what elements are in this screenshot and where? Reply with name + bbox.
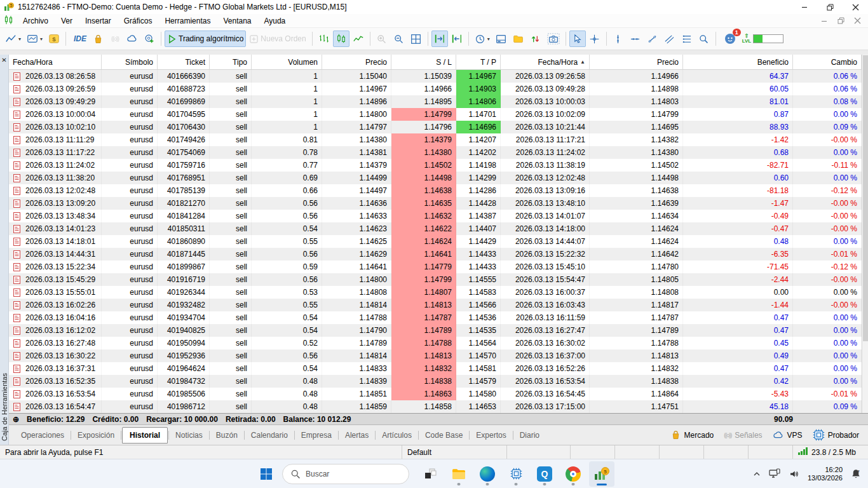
tab-diario[interactable]: Diario — [514, 428, 545, 442]
history-row[interactable]: 2026.03.13 09:49:29eurusd401699869sell11… — [9, 95, 868, 108]
layout-button[interactable] — [493, 30, 510, 47]
tab-code-base[interactable]: Code Base — [419, 428, 468, 442]
history-row[interactable]: 2026.03.13 10:00:04eurusd401704595sell11… — [9, 108, 868, 121]
fibonacci-button[interactable] — [679, 30, 695, 47]
tab-historial[interactable]: Historial — [122, 427, 168, 444]
column-header-open-price[interactable]: Precio — [322, 55, 391, 69]
toolbox-close-icon[interactable]: ✕ — [1, 57, 6, 64]
auto-scroll-button[interactable] — [431, 30, 448, 47]
history-row[interactable]: 2026.03.13 16:04:16eurusd401934704sell0.… — [9, 311, 868, 324]
vps-tab[interactable]: VPS — [773, 430, 803, 441]
history-row[interactable]: 2026.03.13 16:37:31eurusd401964624sell0.… — [9, 362, 868, 375]
vertical-scrollbar[interactable] — [862, 55, 868, 413]
file-explorer-button[interactable] — [446, 461, 471, 487]
column-header-close-time[interactable]: Fecha/Hora▲ — [501, 55, 590, 69]
signals-tab[interactable]: ((o))Señales — [724, 431, 762, 440]
menu-gráficos[interactable]: Gráficos — [118, 17, 159, 25]
child-minimize-icon[interactable] — [818, 17, 830, 24]
column-header-profit[interactable]: Beneficio — [683, 55, 793, 69]
dropdown-caret-icon[interactable]: ▾ — [18, 36, 21, 42]
history-row[interactable]: 2026.03.13 13:48:34eurusd401841284sell0.… — [9, 210, 868, 222]
channel-button[interactable] — [661, 30, 678, 47]
history-row[interactable]: 2026.03.13 15:45:29eurusd401916719sell0.… — [9, 273, 868, 286]
tab-artículos[interactable]: Artículos — [376, 428, 417, 442]
tab-expertos[interactable]: Expertos — [470, 428, 512, 442]
algo-trading-button[interactable]: Trading algorítmico — [165, 30, 246, 47]
edge-button[interactable] — [475, 461, 500, 487]
tab-operaciones[interactable]: Operaciones — [15, 428, 70, 442]
tray-clock[interactable]: 16:20 13/03/2026 — [808, 466, 843, 482]
history-row[interactable]: 2026.03.13 09:26:59eurusd401688723sell11… — [9, 83, 868, 95]
dropdown-caret-icon[interactable]: ▾ — [40, 36, 43, 42]
column-header-volume[interactable]: Volumen — [252, 55, 322, 69]
candles-view-button[interactable] — [333, 30, 349, 47]
metatrader-button[interactable]: 5 — [589, 461, 614, 487]
chart-shift-button[interactable] — [449, 30, 465, 47]
cloud-button[interactable] — [124, 30, 140, 47]
history-row[interactable]: 2026.03.13 16:52:35eurusd401984732sell0.… — [9, 375, 868, 388]
signals-button[interactable]: ((o)) — [107, 30, 123, 47]
task-view-button[interactable] — [417, 461, 443, 487]
menu-ayuda[interactable]: Ayuda — [257, 17, 292, 25]
child-close-icon[interactable] — [851, 17, 863, 24]
zoom-in-button[interactable] — [374, 30, 390, 47]
tile-windows-button[interactable] — [408, 30, 424, 47]
history-row[interactable]: 2026.03.13 16:12:02eurusd401940825sell0.… — [9, 324, 868, 337]
market-button[interactable] — [90, 30, 106, 47]
horizontal-line-button[interactable] — [627, 30, 644, 47]
dropdown-caret-icon[interactable]: ▾ — [487, 36, 490, 42]
column-header-ticket[interactable]: Ticket — [158, 55, 210, 69]
history-row[interactable]: 2026.03.13 16:02:26eurusd401932482sell0.… — [9, 299, 868, 311]
menu-insertar[interactable]: Insertar — [79, 17, 118, 25]
search-box[interactable]: Buscar — [282, 464, 409, 484]
minimize-icon[interactable] — [792, 0, 817, 14]
q-app-button[interactable]: Q — [532, 461, 557, 487]
trendline-button[interactable] — [644, 30, 661, 47]
sort-button[interactable] — [527, 30, 544, 47]
child-restore-icon[interactable] — [835, 17, 846, 24]
history-row[interactable]: 2026.03.13 11:38:20eurusd401768951sell0.… — [9, 172, 868, 184]
history-row[interactable]: 2026.03.13 16:27:48eurusd401950994sell0.… — [9, 337, 868, 349]
tray-notifications-bell-icon[interactable]: z — [850, 468, 862, 480]
history-row[interactable]: 2026.03.13 08:26:58eurusd401666390sell11… — [9, 70, 868, 83]
menu-herramientas[interactable]: Herramientas — [158, 17, 217, 25]
start-button[interactable] — [254, 461, 279, 487]
tab-alertas[interactable]: Alertas — [339, 428, 374, 442]
new-order-button[interactable]: Nueva Orden — [247, 30, 308, 47]
line-view-button[interactable] — [350, 30, 367, 47]
tab-noticias[interactable]: Noticias — [170, 428, 208, 442]
tray-chevron-up-icon[interactable] — [752, 470, 761, 478]
zoom-out-button[interactable] — [391, 30, 407, 47]
search-button[interactable] — [696, 30, 712, 47]
history-row[interactable]: 2026.03.13 11:11:29eurusd401749426sell0.… — [9, 133, 868, 146]
column-header-sl[interactable]: S / L — [391, 55, 456, 69]
status-profile[interactable]: Default — [402, 445, 507, 459]
tab-exposición[interactable]: Exposición — [72, 428, 120, 442]
cursor-button[interactable] — [569, 30, 586, 47]
timeframes-button[interactable]: ▾ — [472, 30, 492, 47]
menu-ventana[interactable]: Ventana — [217, 17, 257, 25]
chrome-button[interactable] — [560, 461, 586, 487]
metatester-button[interactable] — [503, 461, 529, 487]
bars-view-button[interactable] — [316, 30, 332, 47]
history-row[interactable]: 2026.03.13 16:54:47eurusd401986712sell0.… — [9, 400, 868, 413]
history-row[interactable]: 2026.03.13 14:44:31eurusd401871445sell0.… — [9, 248, 868, 261]
market-tab[interactable]: Mercado — [670, 430, 714, 440]
vertical-line-button[interactable] — [610, 30, 627, 47]
close-icon[interactable] — [843, 0, 868, 14]
screenshot-button[interactable] — [545, 30, 562, 47]
history-row[interactable]: 2026.03.13 12:02:48eurusd401785139sell0.… — [9, 184, 868, 197]
menu-ver[interactable]: Ver — [55, 17, 79, 25]
column-header-type[interactable]: Tipo — [210, 55, 252, 69]
history-row[interactable]: 2026.03.13 13:09:20eurusd401821270sell0.… — [9, 197, 868, 210]
history-row[interactable]: 2026.03.13 10:02:10eurusd401706430sell11… — [9, 121, 868, 133]
history-row[interactable]: 2026.03.13 16:53:54eurusd401985506sell0.… — [9, 388, 868, 400]
tab-empresa[interactable]: Empresa — [295, 428, 337, 442]
indicators-button[interactable]: ▾ — [24, 30, 45, 47]
scrollbar-thumb[interactable] — [863, 55, 868, 341]
add-service-button[interactable] — [141, 30, 158, 47]
column-header-tp[interactable]: T / P — [456, 55, 501, 69]
tray-network-icon[interactable] — [769, 468, 781, 479]
ide-button[interactable]: IDE — [69, 30, 89, 47]
tester-tab[interactable]: Probador — [813, 429, 859, 441]
